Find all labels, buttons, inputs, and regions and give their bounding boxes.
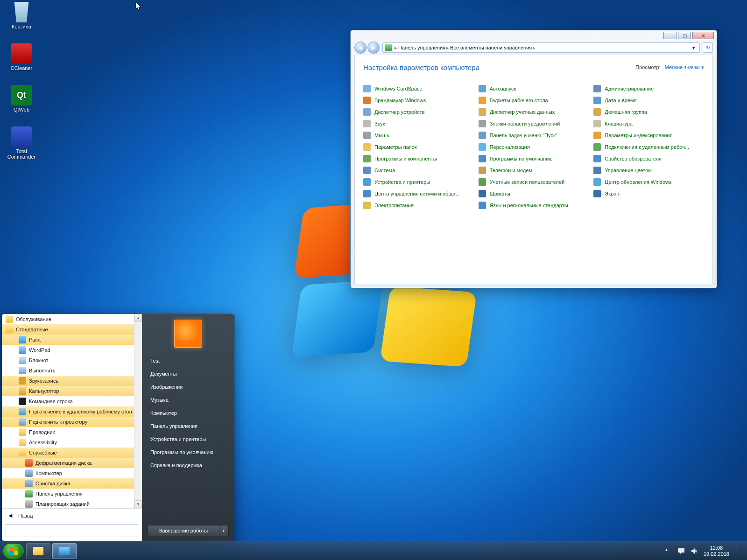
start-menu-item[interactable]: Калькулятор [2, 386, 142, 396]
start-menu-right-item[interactable]: Изображения [142, 380, 234, 393]
cp-item[interactable]: Персонализация [479, 141, 589, 153]
cp-item[interactable]: Гаджеты рабочего стола [479, 94, 589, 106]
cp-item[interactable]: Диспетчер учетных данных [479, 106, 589, 118]
cp-item[interactable]: Центр обновления Windows [593, 176, 704, 188]
scroll-down-button[interactable]: ▼ [134, 500, 142, 508]
cp-item[interactable]: Электропитание [363, 199, 474, 211]
paint-icon [19, 336, 26, 343]
cp-item-icon [479, 108, 486, 116]
back-button[interactable]: ◄ Назад [2, 508, 142, 522]
wordpad-icon [19, 346, 26, 354]
breadcrumb-1[interactable]: Панель управления [398, 45, 445, 50]
close-button[interactable]: ✕ [692, 32, 714, 39]
cp-item-icon [363, 120, 371, 127]
action-center-icon[interactable] [677, 547, 685, 555]
start-menu-item[interactable]: Панель управления [2, 489, 142, 499]
maximize-button[interactable]: ▢ [678, 32, 691, 39]
cp-item[interactable]: Брандмауэр Windows [363, 94, 474, 106]
cp-item[interactable]: Клавиатура [593, 118, 704, 129]
start-menu-item[interactable]: Accessibility [2, 437, 142, 448]
cp-item[interactable]: Свойства обозревателя [593, 153, 704, 164]
refresh-button[interactable]: ↻ [703, 42, 713, 53]
cp-item[interactable]: Программы по умолчанию [479, 153, 589, 164]
start-menu-item[interactable]: Очистка диска [2, 478, 142, 489]
scroll-up-button[interactable]: ▲ [134, 314, 142, 322]
shutdown-button[interactable]: Завершение работы [148, 525, 219, 536]
volume-icon[interactable] [691, 547, 698, 555]
start-menu-right-item[interactable]: Документы [142, 367, 234, 380]
clock[interactable]: 12:08 19.02.2018 [704, 545, 729, 557]
start-menu-right-item[interactable]: Справка и поддержка [142, 459, 234, 472]
cp-item[interactable]: Параметры папок [363, 141, 474, 153]
start-menu-item[interactable]: Подключение к удаленному рабочему стол [2, 406, 142, 417]
start-menu-item[interactable]: Стандартные [2, 324, 142, 335]
start-menu-right-item[interactable]: Программы по умолчанию [142, 446, 234, 459]
control-panel-icon [59, 547, 70, 555]
start-button[interactable] [3, 543, 24, 559]
user-avatar[interactable] [174, 320, 202, 348]
cp-item[interactable]: Система [363, 164, 474, 176]
start-menu-item[interactable]: Проводник [2, 427, 142, 437]
cp-item[interactable]: Дата и время [593, 94, 704, 106]
start-menu-item[interactable]: Выполнить [2, 365, 142, 376]
taskbar-control-panel-button[interactable] [52, 543, 77, 559]
start-menu-right-item[interactable]: Панель управления [142, 420, 234, 433]
cp-item[interactable]: Мышь [363, 129, 474, 141]
cp-item[interactable]: Диспетчер устройств [363, 106, 474, 118]
cp-item-icon [593, 167, 601, 174]
scrollbar[interactable]: ▲ ▼ [134, 314, 142, 508]
nav-forward-button[interactable]: ► [367, 42, 380, 54]
start-menu-right-item[interactable]: Test [142, 354, 234, 367]
cp-item[interactable]: Windows CardSpace [363, 83, 474, 94]
show-desktop-button[interactable] [738, 542, 742, 560]
cp-item[interactable]: Администрирование [593, 83, 704, 94]
cp-item[interactable]: Устройства и принтеры [363, 176, 474, 188]
start-menu-item[interactable]: Дефрагментация диска [2, 458, 142, 468]
start-menu-item[interactable]: Компьютер [2, 468, 142, 478]
cp-item[interactable]: Домашняя группа [593, 106, 704, 118]
start-menu-item[interactable]: Звукозапись [2, 376, 142, 386]
start-menu-item[interactable]: Блокнот [2, 355, 142, 365]
breadcrumb-bar[interactable]: ▸ Панель управления ▸ Все элементы панел… [382, 42, 700, 53]
cp-item[interactable]: Телефон и модем [479, 164, 589, 176]
cp-item[interactable]: Звук [363, 118, 474, 129]
start-menu-item[interactable]: Подключить к проектору [2, 417, 142, 427]
minimize-button[interactable]: ⎯ [663, 32, 677, 39]
start-menu-item[interactable]: Планировщик заданий [2, 499, 142, 508]
start-menu-item[interactable]: WordPad [2, 345, 142, 355]
desktop-icon-qt[interactable]: QtQtWeb [3, 85, 40, 112]
desktop-icon-bin[interactable]: Корзина [3, 2, 40, 29]
cp-item[interactable]: Шрифты [479, 188, 589, 199]
cp-item[interactable]: Подключения к удаленным рабоч... [593, 141, 704, 153]
show-hidden-icon[interactable]: ▲ [664, 547, 672, 555]
taskbar-explorer-button[interactable] [26, 543, 50, 559]
cp-item[interactable]: Управление цветом [593, 164, 704, 176]
start-menu-right-item[interactable]: Компьютер [142, 406, 234, 420]
shutdown-options-button[interactable]: ▸ [219, 525, 229, 536]
desktop-icon-tc[interactable]: Total Commander [3, 126, 40, 160]
cp-item[interactable]: Центр управления сетями и общи... [363, 188, 474, 199]
search-input[interactable] [6, 524, 138, 537]
start-menu-right-item[interactable]: Устройства и принтеры [142, 433, 234, 446]
start-menu-item[interactable]: Обслуживание [2, 314, 142, 324]
cp-item[interactable]: Параметры индексирования [593, 129, 704, 141]
cp-item[interactable]: Программы и компоненты [363, 153, 474, 164]
breadcrumb-dropdown[interactable]: ▾ [690, 45, 698, 51]
desktop-icon-cc[interactable]: CCleaner [3, 43, 40, 71]
cp-item-icon [593, 155, 601, 162]
cp-item[interactable]: Язык и региональные стандарты [479, 199, 589, 211]
start-menu-item[interactable]: Командная строка [2, 396, 142, 406]
start-menu-item[interactable]: Служебные [2, 448, 142, 458]
start-menu-item[interactable]: Paint [2, 335, 142, 345]
cp-item[interactable]: Учетные записи пользователей [479, 176, 589, 188]
cp-item[interactable]: Экран [593, 188, 704, 199]
view-selector[interactable]: Просмотр: Мелкие значки ▾ [635, 64, 704, 70]
cp-item[interactable]: Значки области уведомлений [479, 118, 589, 129]
cp-item[interactable]: Автозапуск [479, 83, 589, 94]
folder-icon [19, 439, 26, 446]
nav-back-button[interactable]: ◄ [354, 42, 366, 54]
control-panel-content: Настройка параметров компьютера Просмотр… [354, 55, 713, 284]
breadcrumb-2[interactable]: Все элементы панели управления [450, 45, 532, 50]
start-menu-right-item[interactable]: Музыка [142, 393, 234, 406]
cp-item[interactable]: Панель задач и меню "Пуск" [479, 129, 589, 141]
